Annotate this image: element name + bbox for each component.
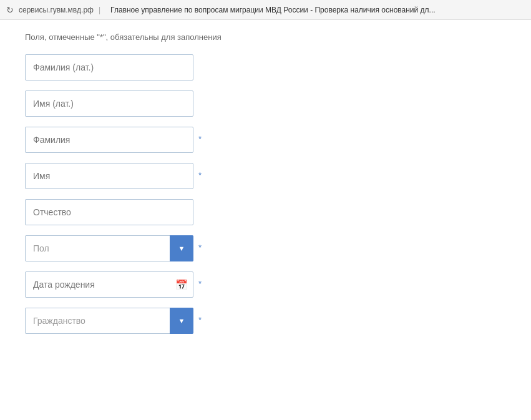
birth-date-group: 📅 * (25, 271, 506, 298)
middle-name-input[interactable] (25, 199, 193, 225)
gender-select[interactable]: Пол Мужской Женский (25, 235, 193, 261)
calendar-icon[interactable]: 📅 (170, 271, 193, 298)
citizenship-group: Гражданство Россия Другое * (25, 308, 506, 334)
gender-group: Пол Мужской Женский * (25, 235, 506, 261)
first-name-input[interactable] (25, 163, 193, 189)
first-name-group: * (25, 163, 506, 189)
last-name-lat-input[interactable] (25, 54, 193, 81)
page-container: Поля, отмеченные "*", обязательны для за… (0, 20, 531, 420)
last-name-group: * (25, 127, 506, 153)
gender-required-star: * (198, 243, 202, 252)
browser-title: Главное управление по вопросам миграции … (110, 6, 525, 14)
browser-url: сервисы.гувм.мвд.рф (19, 6, 94, 14)
last-name-required-star: * (198, 134, 202, 144)
first-name-lat-group (25, 90, 506, 117)
middle-name-group (25, 199, 506, 225)
birth-date-required-star: * (198, 279, 202, 288)
gender-select-wrapper: Пол Мужской Женский (25, 235, 193, 261)
last-name-lat-group (25, 54, 506, 81)
required-note: Поля, отмеченные "*", обязательны для за… (25, 32, 506, 42)
citizenship-select[interactable]: Гражданство Россия Другое (25, 308, 193, 334)
citizenship-required-star: * (198, 315, 202, 325)
birth-date-wrapper: 📅 (25, 271, 193, 298)
last-name-input[interactable] (25, 127, 193, 153)
first-name-lat-input[interactable] (25, 90, 193, 117)
browser-bar: ↻ сервисы.гувм.мвд.рф | Главное управлен… (0, 0, 531, 20)
citizenship-select-wrapper: Гражданство Россия Другое (25, 308, 193, 334)
birth-date-input[interactable] (25, 271, 193, 298)
back-icon[interactable]: ↻ (6, 5, 14, 15)
first-name-required-star: * (198, 170, 202, 180)
